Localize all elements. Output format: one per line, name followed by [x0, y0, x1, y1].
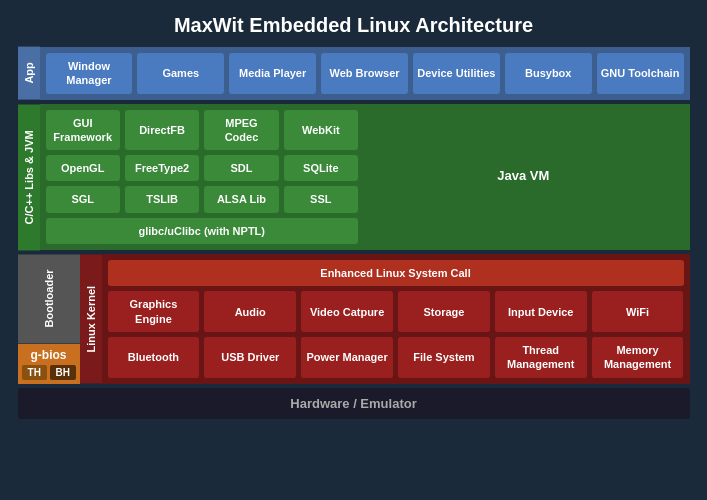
architecture-diagram: App Window Manager Games Media Player We…	[18, 47, 690, 419]
th-cell: TH	[22, 365, 48, 380]
libs-row4: glibc/uClibc (with NPTL)	[46, 218, 359, 244]
audio-cell: Audio	[204, 291, 296, 332]
bootloader-section: Bootloader g-bios TH BH	[18, 254, 80, 383]
app-label: App	[18, 47, 40, 100]
thread-mgmt-cell: Thread Management	[495, 337, 587, 378]
libs-row3: SGL TSLIB ALSA Lib SSL	[46, 186, 359, 212]
sqlite-cell: SQLite	[284, 155, 358, 181]
file-system-cell: File System	[398, 337, 490, 378]
web-browser-cell: Web Browser	[321, 53, 408, 94]
tslib-cell: TSLIB	[125, 186, 199, 212]
bluetooth-cell: Bluetooth	[108, 337, 200, 378]
busybox-cell: Busybox	[505, 53, 592, 94]
video-capture-cell: Video Catpure	[301, 291, 393, 332]
gbios-block: g-bios TH BH	[18, 344, 80, 384]
device-utilities-cell: Device Utilities	[413, 53, 500, 94]
libs-row1: GUI Framework DirectFB MPEG Codec WebKit	[46, 110, 359, 151]
opengl-cell: OpenGL	[46, 155, 120, 181]
hardware-row: Hardware / Emulator	[18, 388, 690, 419]
app-cell-row: Window Manager Games Media Player Web Br…	[46, 53, 684, 94]
gnu-toolchain-cell: GNU Toolchain	[597, 53, 684, 94]
directfb-cell: DirectFB	[125, 110, 199, 151]
gbios-title: g-bios	[22, 348, 76, 362]
kernel-row2: Bluetooth USB Driver Power Manager File …	[108, 337, 684, 378]
main-title: MaxWit Embedded Linux Architecture	[0, 0, 707, 47]
usb-driver-cell: USB Driver	[204, 337, 296, 378]
enhanced-row: Enhanced Linux System Call	[108, 260, 684, 286]
app-row: App Window Manager Games Media Player We…	[18, 47, 690, 100]
media-player-cell: Media Player	[229, 53, 316, 94]
kernel-section: Enhanced Linux System Call Graphics Engi…	[102, 254, 690, 383]
graphics-engine-cell: Graphics Engine	[108, 291, 200, 332]
power-manager-cell: Power Manager	[301, 337, 393, 378]
glibc-cell: glibc/uClibc (with NPTL)	[46, 218, 359, 244]
input-device-cell: Input Device	[495, 291, 587, 332]
alsa-lib-cell: ALSA Lib	[204, 186, 278, 212]
sgl-cell: SGL	[46, 186, 120, 212]
gui-framework-cell: GUI Framework	[46, 110, 120, 151]
mpeg-codec-cell: MPEG Codec	[204, 110, 278, 151]
kernel-row1: Graphics Engine Audio Video Catpure Stor…	[108, 291, 684, 332]
sdl-cell: SDL	[204, 155, 278, 181]
libs-section: GUI Framework DirectFB MPEG Codec WebKit…	[40, 104, 690, 250]
libs-left: GUI Framework DirectFB MPEG Codec WebKit…	[46, 110, 359, 244]
kernel-row: Linux Kernel Enhanced Linux System Call …	[80, 254, 690, 383]
kernel-outer: Bootloader g-bios TH BH Linux Kernel Enh…	[18, 254, 690, 383]
bh-cell: BH	[50, 365, 76, 380]
gbios-row: TH BH	[22, 365, 76, 380]
libs-row: C/C++ Libs & JVM GUI Framework DirectFB …	[18, 104, 690, 250]
enhanced-syscall-cell: Enhanced Linux System Call	[108, 260, 684, 286]
ssl-cell: SSL	[284, 186, 358, 212]
wifi-cell: WiFi	[592, 291, 684, 332]
java-vm-cell: Java VM	[363, 110, 684, 244]
freetype2-cell: FreeType2	[125, 155, 199, 181]
bootloader-label: Bootloader	[18, 254, 80, 343]
window-manager-cell: Window Manager	[46, 53, 133, 94]
storage-cell: Storage	[398, 291, 490, 332]
memory-mgmt-cell: Memory Management	[592, 337, 684, 378]
games-cell: Games	[137, 53, 224, 94]
libs-row2: OpenGL FreeType2 SDL SQLite	[46, 155, 359, 181]
libs-label: C/C++ Libs & JVM	[18, 104, 40, 250]
app-section: Window Manager Games Media Player Web Br…	[40, 47, 690, 100]
kernel-label: Linux Kernel	[80, 254, 102, 383]
webkit-cell: WebKit	[284, 110, 358, 151]
